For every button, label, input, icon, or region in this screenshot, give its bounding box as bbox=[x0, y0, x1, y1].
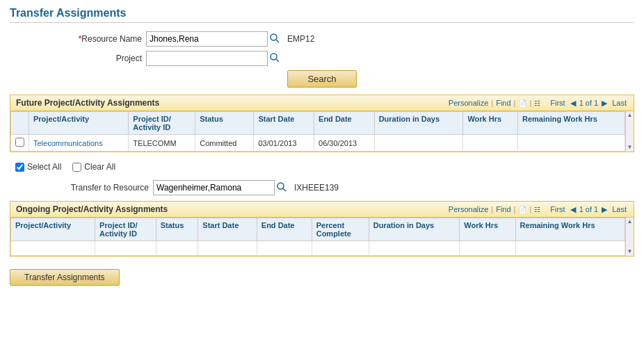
ongoing-first-btn[interactable]: First bbox=[549, 205, 566, 213]
svg-line-1 bbox=[276, 40, 279, 42]
future-row-work-hrs bbox=[463, 135, 518, 152]
transfer-to-label: Transfer to Resource bbox=[38, 183, 149, 193]
ongoing-empty-cell-5 bbox=[257, 241, 312, 256]
ongoing-empty-cell-4 bbox=[198, 241, 257, 256]
future-personalize-link[interactable]: Personalize bbox=[449, 99, 488, 107]
clear-all-label[interactable]: Clear All bbox=[72, 162, 115, 172]
select-controls-row: Select All Clear All bbox=[10, 159, 634, 174]
resource-name-row: *Resource Name EMP12 bbox=[10, 31, 634, 47]
future-row-end-date: 06/30/2013 bbox=[314, 135, 375, 152]
future-prev-btn[interactable]: ◀ bbox=[569, 99, 577, 108]
project-label: Project bbox=[51, 54, 142, 63]
future-next-btn[interactable]: ▶ bbox=[600, 99, 609, 108]
svg-point-0 bbox=[271, 34, 277, 40]
separator1: | bbox=[491, 99, 493, 107]
ongoing-empty-cell-2 bbox=[95, 241, 156, 256]
future-grid-nav: First ◀ 1 of 1 ▶ Last bbox=[549, 99, 628, 108]
ongoing-empty-cell-8 bbox=[460, 241, 515, 256]
ongoing-empty-cell-1 bbox=[11, 241, 95, 256]
ongoing-col-project-activity: Project/Activity bbox=[11, 218, 95, 241]
future-nav-text: 1 of 1 bbox=[579, 99, 599, 107]
future-col-project-activity: Project/Activity bbox=[29, 112, 129, 135]
clear-all-checkbox[interactable] bbox=[72, 163, 81, 172]
ongoing-prev-btn[interactable]: ◀ bbox=[569, 205, 577, 214]
ongoing-col-end-date: End Date bbox=[257, 218, 312, 241]
future-col-remaining: Remaining Work Hrs bbox=[517, 112, 625, 135]
ongoing-grid-nav: First ◀ 1 of 1 ▶ Last bbox=[549, 205, 628, 214]
svg-point-2 bbox=[271, 54, 277, 60]
separator5: | bbox=[514, 205, 516, 213]
project-magnify-icon bbox=[269, 52, 280, 63]
transfer-assignments-button[interactable]: Transfer Assignments bbox=[10, 269, 120, 286]
future-scroll-down[interactable]: ▼ bbox=[627, 145, 633, 150]
separator2: | bbox=[514, 99, 516, 107]
future-col-project-id: Project ID/Activity ID bbox=[129, 112, 195, 135]
future-grid-header: Future Project/Activity Assignments Pers… bbox=[10, 95, 634, 111]
future-col-end-date: End Date bbox=[314, 112, 375, 135]
future-col-work-hrs: Work Hrs bbox=[463, 112, 518, 135]
ongoing-export-icon[interactable]: 📄 bbox=[518, 206, 526, 213]
ongoing-col-start-date: Start Date bbox=[198, 218, 257, 241]
future-table-header-row: Project/Activity Project ID/Activity ID … bbox=[11, 112, 625, 135]
page-container: Transfer Assignments *Resource Name EMP1… bbox=[0, 0, 644, 298]
project-search-icon-btn[interactable] bbox=[269, 52, 280, 65]
future-last-btn[interactable]: Last bbox=[611, 99, 628, 107]
future-find-link[interactable]: Find bbox=[496, 99, 510, 107]
resource-name-input[interactable] bbox=[146, 31, 268, 47]
future-scrollbar[interactable]: ▲ ▼ bbox=[625, 111, 634, 152]
ongoing-empty-cell-6 bbox=[312, 241, 369, 256]
future-export-icon[interactable]: 📄 bbox=[518, 99, 526, 107]
ongoing-personalize-link[interactable]: Personalize bbox=[449, 205, 488, 213]
future-row-checkbox[interactable] bbox=[15, 138, 24, 147]
ongoing-table-header-row: Project/Activity Project ID/Activity ID … bbox=[11, 218, 625, 241]
future-row-duration bbox=[374, 135, 463, 152]
future-col-checkbox bbox=[11, 112, 29, 135]
resource-search-icon-btn[interactable] bbox=[269, 33, 280, 46]
select-all-label[interactable]: Select All bbox=[15, 162, 61, 172]
separator6: | bbox=[529, 205, 531, 213]
select-all-checkbox[interactable] bbox=[15, 163, 24, 172]
separator3: | bbox=[529, 99, 531, 107]
future-col-duration: Duration in Days bbox=[374, 112, 463, 135]
ongoing-col-project-id: Project ID/Activity ID bbox=[95, 218, 156, 241]
ongoing-nav-text: 1 of 1 bbox=[579, 205, 599, 213]
svg-point-4 bbox=[277, 183, 284, 189]
future-first-btn[interactable]: First bbox=[549, 99, 566, 107]
ongoing-grid-title: Ongoing Project/Activity Assignments bbox=[16, 204, 168, 214]
svg-line-5 bbox=[283, 188, 286, 191]
ongoing-grid-view-icon[interactable]: ☷ bbox=[534, 206, 540, 213]
ongoing-scrollbar[interactable]: ▲ ▼ bbox=[625, 218, 634, 256]
ongoing-scroll-up[interactable]: ▲ bbox=[627, 219, 633, 225]
future-grid-section: Future Project/Activity Assignments Pers… bbox=[10, 95, 634, 152]
future-scroll-up[interactable]: ▲ bbox=[627, 113, 633, 118]
ongoing-empty-cell-3 bbox=[156, 241, 198, 256]
ongoing-scroll-down[interactable]: ▼ bbox=[627, 249, 633, 254]
future-table-row: Telecommunications TELECOMM Committed 03… bbox=[11, 135, 625, 152]
ongoing-col-duration: Duration in Days bbox=[369, 218, 460, 241]
magnify-icon bbox=[269, 33, 280, 44]
ongoing-find-link[interactable]: Find bbox=[496, 205, 510, 213]
search-btn-row: Search bbox=[10, 70, 634, 88]
future-project-activity-link[interactable]: Telecommunications bbox=[33, 139, 103, 147]
form-section: *Resource Name EMP12 Project bbox=[10, 31, 634, 88]
svg-line-3 bbox=[276, 59, 279, 62]
ongoing-col-remaining: Remaining Work Hrs bbox=[515, 218, 625, 241]
project-input[interactable] bbox=[146, 51, 268, 66]
future-grid-controls: Personalize | Find | 📄 | ☷ First ◀ 1 of … bbox=[449, 99, 628, 108]
project-row: Project bbox=[10, 51, 634, 66]
transfer-to-search-btn[interactable] bbox=[276, 181, 287, 195]
ongoing-grid-section: Ongoing Project/Activity Assignments Per… bbox=[10, 201, 634, 257]
transfer-to-input[interactable] bbox=[153, 180, 275, 195]
future-col-start-date: Start Date bbox=[254, 112, 314, 135]
future-grid-view-icon[interactable]: ☷ bbox=[534, 99, 540, 107]
ongoing-last-btn[interactable]: Last bbox=[611, 205, 628, 213]
ongoing-next-btn[interactable]: ▶ bbox=[600, 205, 609, 214]
future-table-wrapper: Project/Activity Project ID/Activity ID … bbox=[10, 111, 634, 152]
ongoing-table-wrapper: Project/Activity Project ID/Activity ID … bbox=[10, 218, 634, 256]
transfer-magnify-icon bbox=[276, 181, 287, 193]
future-row-remaining bbox=[517, 135, 625, 152]
transfer-to-row: Transfer to Resource IXHEEE139 bbox=[10, 180, 634, 195]
ongoing-grid-header: Ongoing Project/Activity Assignments Per… bbox=[10, 202, 634, 218]
search-button[interactable]: Search bbox=[287, 70, 356, 88]
future-row-checkbox-cell[interactable] bbox=[11, 135, 29, 152]
